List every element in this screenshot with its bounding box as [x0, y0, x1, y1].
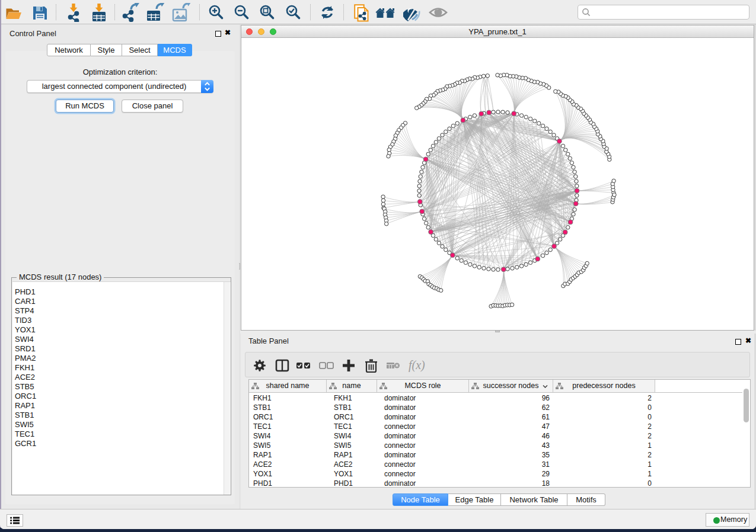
- svg-text:f(x): f(x): [409, 358, 425, 372]
